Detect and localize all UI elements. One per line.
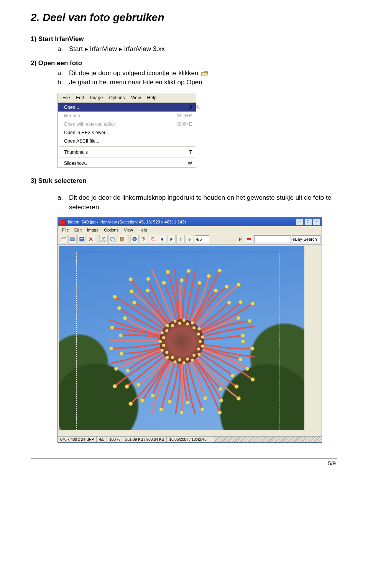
- svg-rect-8: [121, 237, 123, 238]
- image-canvas[interactable]: [58, 245, 322, 436]
- zoom-out-icon[interactable]: [149, 235, 157, 243]
- status-date: 16/05/2007 / 10:42:46: [167, 437, 209, 442]
- app-menu-file[interactable]: File: [59, 227, 72, 233]
- svg-point-73: [227, 301, 231, 304]
- status-page: 4/5: [97, 437, 107, 442]
- menu-edit[interactable]: Edit: [73, 94, 87, 101]
- triangle-icon: ▶: [85, 46, 88, 52]
- svg-point-84: [192, 353, 196, 356]
- step1-heading: 1) Start IrfanView: [31, 35, 337, 43]
- prev-page-icon[interactable]: [176, 235, 185, 243]
- resize-grip[interactable]: [214, 437, 322, 442]
- next-icon[interactable]: [167, 235, 176, 243]
- svg-point-74: [239, 300, 243, 304]
- menu-image[interactable]: Image: [87, 94, 106, 101]
- svg-point-57: [129, 277, 133, 281]
- page-indicator[interactable]: 4/5: [195, 235, 209, 243]
- p-button[interactable]: P: [237, 235, 244, 243]
- svg-rect-6: [112, 238, 115, 241]
- cut-icon[interactable]: [99, 235, 108, 243]
- menu-help[interactable]: Help: [144, 94, 160, 101]
- info-icon[interactable]: i: [130, 235, 139, 243]
- svg-point-76: [237, 316, 240, 320]
- minimize-button[interactable]: –: [296, 218, 304, 225]
- flag-icon[interactable]: [245, 235, 253, 243]
- svg-point-37: [151, 394, 155, 397]
- irfanview-window: bloem_640.jpg - IrfanView (Selection: 45…: [58, 217, 322, 443]
- zoom-in-icon[interactable]: [140, 235, 148, 243]
- ebay-search-field[interactable]: [254, 235, 291, 243]
- svg-point-92: [165, 351, 168, 354]
- menu-item-label: Open...: [64, 105, 184, 110]
- copy-icon[interactable]: [108, 235, 117, 243]
- svg-point-47: [109, 347, 113, 350]
- svg-point-28: [203, 396, 207, 400]
- prev-icon[interactable]: [158, 235, 166, 243]
- close-button[interactable]: ×: [313, 218, 320, 225]
- photo: [59, 246, 304, 430]
- menu-item[interactable]: Slideshow...W: [58, 159, 196, 168]
- app-menu-options[interactable]: Options: [101, 227, 121, 233]
- menu-item-label: Open in HEX viewer...: [64, 130, 192, 135]
- svg-rect-13: [247, 238, 251, 239]
- scan-icon[interactable]: [68, 235, 77, 243]
- open-icon[interactable]: [59, 235, 67, 243]
- svg-point-101: [174, 320, 177, 323]
- section-title: 2. Deel van foto gebruiken: [31, 11, 337, 24]
- delete-icon[interactable]: [87, 235, 95, 243]
- svg-rect-7: [120, 237, 123, 241]
- svg-point-22: [231, 374, 235, 378]
- svg-point-46: [120, 351, 123, 355]
- svg-point-87: [182, 361, 186, 364]
- svg-point-81: [201, 344, 204, 347]
- svg-point-16: [241, 340, 245, 343]
- svg-point-102: [178, 322, 181, 325]
- app-menu-help[interactable]: Help: [136, 227, 150, 233]
- svg-point-88: [178, 358, 181, 361]
- menu-item[interactable]: Open in HEX viewer...: [58, 128, 196, 137]
- svg-point-61: [162, 281, 166, 285]
- svg-point-40: [136, 383, 140, 387]
- paste-icon[interactable]: [118, 235, 126, 243]
- step2-b-label: b.: [58, 78, 66, 87]
- svg-point-67: [197, 281, 201, 285]
- app-menu-image[interactable]: Image: [84, 227, 102, 233]
- menu-view[interactable]: View: [128, 94, 144, 101]
- svg-point-94: [162, 344, 165, 347]
- app-menu-view[interactable]: View: [121, 227, 136, 233]
- menu-item-label: Reopen: [64, 113, 177, 118]
- toolbar: i 4/5 P eBay-Search: [58, 234, 322, 245]
- menu-file[interactable]: File: [59, 94, 73, 101]
- next-page-icon[interactable]: [186, 235, 194, 243]
- svg-point-52: [123, 316, 127, 320]
- step1-a-label: a.: [58, 44, 66, 54]
- status-dims: 640 x 480 x 24 BPP: [58, 437, 97, 442]
- maximize-button[interactable]: □: [304, 218, 312, 225]
- svg-point-93: [161, 349, 164, 352]
- menu-item[interactable]: Open...↖O: [58, 103, 196, 112]
- svg-text:i: i: [134, 238, 135, 241]
- window-title: bloem_640.jpg - IrfanView (Selection: 45…: [68, 220, 296, 224]
- svg-point-56: [130, 289, 133, 293]
- svg-point-104: [186, 322, 189, 325]
- svg-point-41: [125, 384, 129, 388]
- svg-rect-0: [71, 238, 74, 241]
- save-icon[interactable]: [77, 235, 86, 243]
- svg-rect-14: [247, 239, 251, 240]
- svg-point-98: [165, 329, 168, 332]
- triangle-icon: ▶: [119, 46, 122, 52]
- svg-point-39: [129, 402, 133, 406]
- svg-point-36: [149, 414, 153, 414]
- menu-item[interactable]: Open ASCII file...: [58, 137, 196, 145]
- svg-point-85: [191, 358, 194, 361]
- ebay-search-button[interactable]: eBay-Search: [292, 235, 320, 243]
- svg-point-59: [146, 277, 150, 281]
- app-menu-edit[interactable]: Edit: [72, 227, 84, 233]
- svg-point-72: [237, 283, 240, 286]
- svg-point-54: [113, 295, 117, 299]
- svg-point-80: [199, 340, 202, 343]
- svg-point-21: [251, 378, 255, 381]
- menu-item[interactable]: ThumbnailsT: [58, 148, 196, 156]
- svg-point-27: [218, 411, 222, 414]
- menu-options[interactable]: Options: [106, 94, 128, 101]
